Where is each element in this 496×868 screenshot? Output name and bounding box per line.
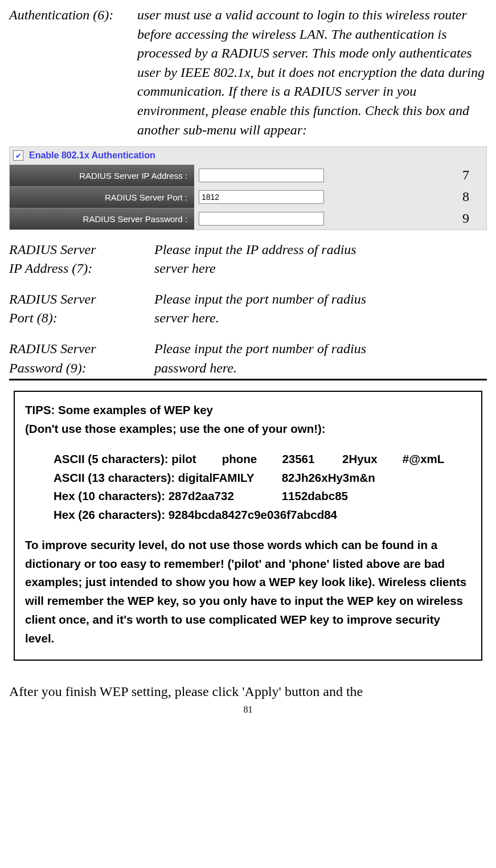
radius-pwd-term1: RADIUS Server <box>9 339 154 359</box>
authentication-6-term: Authentication (6): <box>9 6 137 25</box>
radius-pwd-desc1: Please input the port number of radius <box>154 339 366 359</box>
radius-port-term2: Port (8): <box>9 309 154 328</box>
authentication-6-desc: user must use a valid account to login t… <box>137 6 487 140</box>
ex1-v1: phone <box>222 450 279 469</box>
enable-8021x-checkbox[interactable] <box>13 150 23 161</box>
radius-port-row: RADIUS Server Port : 8 <box>10 186 486 208</box>
ex1-v4: #@xmL <box>403 450 445 469</box>
ex3-v1: 1152dabc85 <box>282 487 348 506</box>
radius-port-label: RADIUS Server Port : <box>10 186 194 208</box>
ex1-v2: 23561 <box>282 450 339 469</box>
ex3-label: Hex (10 characters): 287d2aa732 <box>54 487 278 506</box>
ex1-label: ASCII (5 characters): pilot <box>54 450 219 469</box>
tips-heading: TIPS: Some examples of WEP key <box>25 401 471 420</box>
ex2-label: ASCII (13 characters): digitalFAMILY <box>54 469 278 488</box>
marker-7: 7 <box>462 166 469 185</box>
radius-ip-desc1: Please input the IP address of radius <box>154 240 356 260</box>
authentication-6-definition: Authentication (6): user must use a vali… <box>9 6 487 140</box>
radius-pwd-term2: Password (9): <box>9 359 154 378</box>
radius-port-term1: RADIUS Server <box>9 290 154 309</box>
radius-port-desc2: server here. <box>154 309 366 328</box>
radius-password-label: RADIUS Server Password : <box>10 208 194 230</box>
tips-examples: ASCII (5 characters): pilot phone 23561 … <box>54 450 471 525</box>
radius-ip-desc2: server here <box>154 259 356 279</box>
section-divider <box>9 379 487 380</box>
marker-9: 9 <box>462 209 469 228</box>
enable-8021x-panel: Enable 802.1x Authentication RADIUS Serv… <box>9 146 487 230</box>
radius-password-row: RADIUS Server Password : 9 <box>10 208 486 230</box>
ex2-v1: 82Jh26xHy3m&n <box>282 469 375 488</box>
marker-8: 8 <box>462 187 469 207</box>
radius-ip-term2: IP Address (7): <box>9 259 154 279</box>
tips-note: To improve security level, do not use th… <box>25 536 471 648</box>
tips-box: TIPS: Some examples of WEP key (Don't us… <box>14 391 482 661</box>
radius-ip-term1: RADIUS Server <box>9 240 154 260</box>
radius-ip-definition: RADIUS Server IP Address (7): Please inp… <box>9 240 487 279</box>
radius-ip-label: RADIUS Server IP Address : <box>10 165 194 186</box>
ex4-label: Hex (26 characters): 9284bcda8427c9e036f… <box>54 506 337 525</box>
radius-password-definition: RADIUS Server Password (9): Please input… <box>9 339 487 378</box>
radius-port-input[interactable] <box>199 190 324 204</box>
after-wep-text: After you finish WEP setting, please cli… <box>9 682 487 702</box>
enable-8021x-label: Enable 802.1x Authentication <box>29 149 155 162</box>
radius-password-input[interactable] <box>199 212 324 226</box>
tips-subheading: (Don't use those examples; use the one o… <box>25 420 471 439</box>
radius-ip-input[interactable] <box>199 169 324 182</box>
page-number: 81 <box>9 703 487 716</box>
radius-descriptions: RADIUS Server IP Address (7): Please inp… <box>9 240 487 378</box>
radius-port-definition: RADIUS Server Port (8): Please input the… <box>9 290 487 328</box>
ex1-v3: 2Hyux <box>342 450 399 469</box>
radius-ip-row: RADIUS Server IP Address : 7 <box>10 165 486 186</box>
radius-port-desc1: Please input the port number of radius <box>154 290 366 309</box>
enable-8021x-header: Enable 802.1x Authentication <box>10 147 486 164</box>
radius-pwd-desc2: password here. <box>154 359 366 378</box>
